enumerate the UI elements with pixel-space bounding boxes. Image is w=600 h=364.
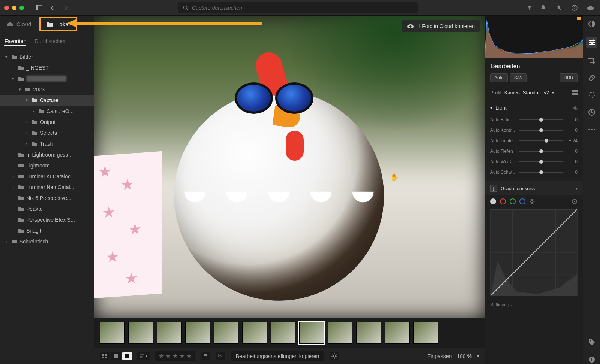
hdr-button[interactable]: HDR xyxy=(560,73,578,82)
slider-row[interactable]: Auto Tiefen0 xyxy=(490,146,578,157)
tree-persp-efex[interactable]: ›Perspective Efex S... xyxy=(0,214,94,225)
clipping-warning-icon[interactable] xyxy=(577,17,580,20)
tab-cloud[interactable]: Cloud xyxy=(4,19,33,30)
slider-row[interactable]: Auto Schw...0 xyxy=(490,167,578,178)
nav-forward-icon[interactable] xyxy=(61,3,71,13)
tree-peakto[interactable]: ›Peakto xyxy=(0,203,94,214)
tree-bilder[interactable]: ▾Bilder xyxy=(0,51,94,62)
bw-button[interactable]: S/W xyxy=(510,73,527,82)
tool-sliders-icon[interactable] xyxy=(586,37,597,48)
slider-track[interactable] xyxy=(519,140,563,141)
channel-green[interactable] xyxy=(510,198,516,204)
tool-crop-icon[interactable] xyxy=(587,56,596,65)
thumbnail[interactable] xyxy=(271,322,296,344)
thumbnail[interactable] xyxy=(100,322,124,344)
slider-track[interactable] xyxy=(519,151,563,152)
tree-selects[interactable]: ›Selects xyxy=(0,127,94,138)
thumbnail[interactable] xyxy=(157,322,182,344)
subtab-durchsuchen[interactable]: Durchsuchen xyxy=(34,38,66,46)
tree-nik6[interactable]: ›Nik 6 Perspective... xyxy=(0,192,94,203)
tool-tag-icon[interactable] xyxy=(587,338,596,347)
tool-more-icon[interactable] xyxy=(587,125,596,134)
tool-info-icon[interactable]: i xyxy=(587,355,596,364)
minimize-window[interactable] xyxy=(12,6,16,10)
slider-row[interactable]: Auto Weiß0 xyxy=(490,157,578,167)
section-gradationskurve[interactable]: ∫ Gradationskurve ▾ xyxy=(485,181,583,195)
profile-grid-icon[interactable] xyxy=(572,90,578,95)
tool-mask-icon[interactable] xyxy=(587,91,596,100)
tree-lrm-gesp[interactable]: ›In Lightroom gesp... xyxy=(0,149,94,160)
tree-luminar-ai[interactable]: ›Luminar AI Catalog xyxy=(0,171,94,182)
thumbnail[interactable] xyxy=(356,322,381,344)
close-window[interactable] xyxy=(4,6,9,10)
tree-captureo[interactable]: ›CaptureO... xyxy=(0,106,94,116)
panel-toggle-icon[interactable] xyxy=(34,3,44,13)
slider-row[interactable]: Auto Belich...0 xyxy=(490,115,578,125)
section-licht[interactable]: ▾ Licht ◉ xyxy=(485,101,583,115)
tree-2023[interactable]: ▾2023 xyxy=(0,84,94,95)
chevron-down-icon[interactable]: ▾ xyxy=(576,186,578,191)
thumbnail[interactable] xyxy=(185,322,210,344)
chevron-down-icon[interactable]: ▾ xyxy=(477,354,479,358)
copy-settings-button[interactable]: Bearbeitungseinstellungen kopieren xyxy=(231,351,325,361)
thumbnail[interactable] xyxy=(385,322,410,344)
profile-value[interactable]: Kamera Standard v2 xyxy=(504,90,549,95)
eye-icon[interactable]: ◉ xyxy=(573,105,578,111)
gear-icon[interactable] xyxy=(330,352,339,360)
slider-track[interactable] xyxy=(519,161,563,162)
share-icon[interactable] xyxy=(554,3,564,13)
subtab-favoriten[interactable]: Favoriten xyxy=(4,38,26,46)
auto-button[interactable]: Auto xyxy=(490,73,508,82)
tree-ingest[interactable]: ›_INGEST xyxy=(0,62,94,73)
channel-luma[interactable] xyxy=(490,198,496,204)
help-icon[interactable]: ? xyxy=(569,3,580,13)
zoom-label[interactable]: 100 % xyxy=(457,353,472,359)
thumbnail-selected[interactable] xyxy=(299,322,324,344)
tone-curve[interactable] xyxy=(490,209,578,296)
tab-lokal[interactable]: Lokal xyxy=(39,17,77,31)
filter-icon[interactable] xyxy=(524,3,535,13)
thumbnail[interactable] xyxy=(128,322,153,344)
maximize-window[interactable] xyxy=(20,6,24,10)
target-icon[interactable] xyxy=(572,198,578,204)
chevron-down-icon[interactable]: ▾ xyxy=(552,91,554,95)
grid-view-icon[interactable] xyxy=(100,352,110,360)
saettigung-row[interactable]: Sättigung v xyxy=(485,300,583,310)
search-field[interactable] xyxy=(178,2,418,13)
bell-icon[interactable] xyxy=(538,3,548,13)
cloud-sync-icon[interactable] xyxy=(585,3,596,13)
nav-back-icon[interactable] xyxy=(47,3,58,13)
tree-snagit[interactable]: ›Snagit xyxy=(0,225,94,236)
filmstrip[interactable] xyxy=(94,318,484,348)
thumbnail[interactable] xyxy=(328,322,352,344)
rating-stars[interactable]: ★ ★ ★ ★ ★ xyxy=(155,351,195,361)
image-canvas[interactable]: ★★ ★★ ★★ ✋ 1 Foto in Cloud kopieren xyxy=(94,16,484,318)
tree-capture[interactable]: ▾Capture xyxy=(0,95,94,106)
parametric-curve-icon[interactable] xyxy=(529,198,535,204)
slider-track[interactable] xyxy=(519,172,563,173)
tool-edit-icon[interactable] xyxy=(587,19,596,28)
thumbnail[interactable] xyxy=(242,322,267,344)
tree-trash[interactable]: ›Trash xyxy=(0,138,94,149)
thumbnail[interactable] xyxy=(214,322,238,344)
thumbnail[interactable] xyxy=(413,322,438,344)
search-input[interactable] xyxy=(192,5,412,11)
fit-label[interactable]: Einpassen xyxy=(427,353,452,359)
flag-reject-icon[interactable] xyxy=(216,352,225,360)
cloud-copy-button[interactable]: 1 Foto in Cloud kopieren xyxy=(402,20,480,32)
slider-row[interactable]: Auto Kontr...0 xyxy=(490,125,578,136)
slider-row[interactable]: Auto Lichter+ 24 xyxy=(490,136,578,146)
tool-heal-icon[interactable] xyxy=(587,73,596,82)
tree-output[interactable]: ›Output xyxy=(0,116,94,127)
compare-view-icon[interactable] xyxy=(111,352,121,360)
tree-luminar-neo[interactable]: ›Luminar Neo Catal... xyxy=(0,182,94,192)
tool-versions-icon[interactable] xyxy=(587,108,596,117)
channel-red[interactable] xyxy=(500,198,506,204)
tree-schreibtisch[interactable]: ›Schreibtisch xyxy=(0,236,94,247)
slider-track[interactable] xyxy=(519,119,563,120)
sort-icon[interactable]: ▾ xyxy=(137,352,150,360)
single-view-icon[interactable] xyxy=(122,352,132,360)
slider-track[interactable] xyxy=(519,130,563,131)
channel-blue[interactable] xyxy=(519,198,525,204)
flag-pick-icon[interactable] xyxy=(201,352,210,360)
